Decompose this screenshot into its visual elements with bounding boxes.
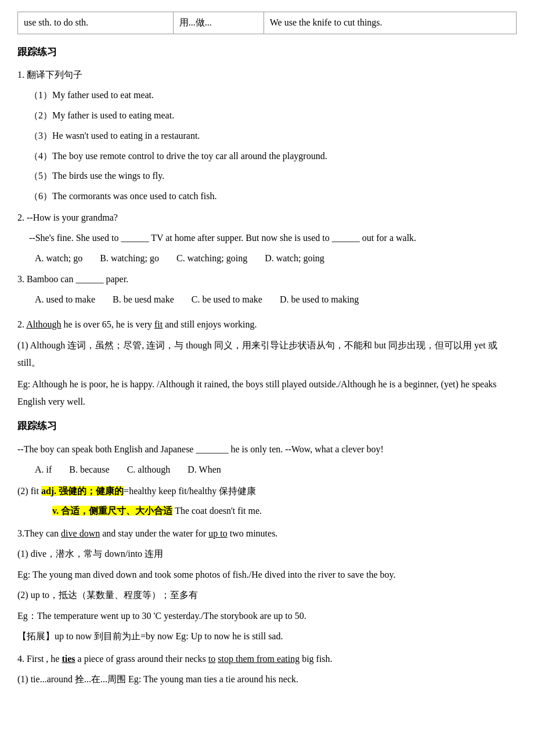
fit-word: fit: [154, 319, 163, 329]
q1-item-1: （1）My father used to eat meat.: [29, 87, 517, 104]
section6-main: 4. First , he ties a piece of grass arou…: [17, 651, 517, 668]
section4-p2-rest-text: The coat doesn't fit me.: [175, 506, 262, 516]
although-word: Although: [26, 319, 61, 329]
q2-label: 2. --How is your grandma?: [17, 210, 517, 226]
section4-p1-highlight: adj. 强健的；健康的: [41, 486, 124, 496]
q2-block: 2. --How is your grandma? --She's fine. …: [17, 210, 517, 267]
section4-p1-label: (2) fit: [17, 486, 39, 496]
q2-choice-b: B. watching; go: [100, 250, 159, 267]
section3-choice-c: C. although: [127, 462, 171, 478]
section6-p1: (1) tie...around 拴...在...周围 Eg: The youn…: [17, 671, 517, 688]
section2-heading: 2. Although he is over 65, he is very fi…: [17, 316, 517, 333]
section5-label: 3.They can: [17, 528, 59, 538]
q3-label: 3. Bamboo can ______ paper.: [17, 271, 517, 288]
section5-eg2: Eg：The temperature went up to 30 'C yest…: [17, 607, 517, 625]
section5-p1: (1) dive，潜水，常与 down/into 连用: [17, 546, 517, 563]
section4-p2: v. 合适，侧重尺寸、大小合适 The coat doesn't fit me.: [52, 503, 517, 520]
section4-p1: (2) fit adj. 强健的；健康的=healthy keep fit/he…: [17, 483, 517, 500]
q3-choice-d: D. be used to making: [280, 291, 359, 308]
q3-choice-a: A. used to make: [35, 291, 95, 308]
q3-choices: A. used to make B. be uesd make C. be us…: [35, 291, 517, 308]
q1-item-3: （3）He wasn't used to eating in a restaur…: [29, 128, 517, 145]
phrase-table: use sth. to do sth. 用...做... We use the …: [17, 12, 517, 34]
section3-choice-b: B. because: [69, 462, 109, 478]
q3-choice-b: B. be uesd make: [113, 291, 174, 308]
q2-sub: --She's fine. She used to ______ TV at h…: [29, 230, 517, 247]
section2-number: 2.: [17, 319, 26, 329]
q1-item-2: （2）My father is used to eating meat.: [29, 107, 517, 124]
q2-choice-c: C. watching; going: [176, 250, 247, 267]
section3-choice-a: A. if: [35, 462, 52, 478]
table-cell-example: We use the knife to cut things.: [264, 12, 516, 34]
section5-extend: 【拓展】up to now 到目前为止=by now Eg: Up to now…: [17, 628, 517, 645]
q2-choice-d: D. watch; going: [265, 250, 324, 267]
q1-block: 1. 翻译下列句子 （1）My father used to eat meat.…: [17, 67, 517, 205]
table-cell-chinese: 用...做...: [173, 12, 264, 34]
section6-label: 4. First , he: [17, 654, 59, 664]
section3-q1-text: --The boy can speak both English and Jap…: [17, 441, 517, 458]
section5-main: 3.They can dive down and stay under the …: [17, 525, 517, 542]
section3-choice-d: D. When: [187, 462, 221, 478]
q1-item-4: （4）The boy use remote control to drive t…: [29, 148, 517, 165]
section3-choices: A. if B. because C. although D. When: [35, 462, 517, 478]
section5-eg1: Eg: The young man dived down and took so…: [17, 566, 517, 584]
section4-p2-highlight: v. 合适，侧重尺寸、大小合适: [52, 506, 172, 516]
q1-item-6: （6）The cormorants was once used to catch…: [29, 188, 517, 205]
section5-block: 3.They can dive down and stay under the …: [17, 525, 517, 645]
q2-choice-a: A. watch; go: [35, 250, 82, 267]
section3-title: 跟踪练习: [17, 417, 517, 435]
section5-dive: dive down: [61, 528, 100, 538]
q3-block: 3. Bamboo can ______ paper. A. used to m…: [17, 271, 517, 308]
q1-label: 1. 翻译下列句子: [17, 67, 517, 84]
section4-p1-rest: =healthy keep fit/healthy 保持健康: [124, 486, 256, 496]
section3-q1: --The boy can speak both English and Jap…: [17, 441, 517, 478]
section2-heading-end: and still enjoys working.: [163, 319, 257, 329]
q3-choice-c: C. be used to make: [192, 291, 262, 308]
section5-p2: (2) up to，抵达（某数量、程度等）；至多有: [17, 587, 517, 604]
table-cell-phrase: use sth. to do sth.: [18, 12, 174, 34]
section2-p1: (1) Although 连词，虽然；尽管, 连词，与 though 同义，用来…: [17, 337, 517, 372]
section2-eg: Eg: Although he is poor, he is happy. /A…: [17, 376, 517, 411]
section6-block: 4. First , he ties a piece of grass arou…: [17, 651, 517, 688]
section2-block: 2. Although he is over 65, he is very fi…: [17, 316, 517, 411]
section4-block: (2) fit adj. 强健的；健康的=healthy keep fit/he…: [17, 483, 517, 520]
q1-item-5: （5）The birds use the wings to fly.: [29, 168, 517, 185]
section2-heading-rest: he is over 65, he is very: [62, 319, 154, 329]
section5-upto: up to: [208, 528, 227, 538]
section6-ties: ties: [62, 654, 75, 664]
q2-choices: A. watch; go B. watching; go C. watching…: [35, 250, 517, 267]
section1-title: 跟踪练习: [17, 44, 517, 62]
